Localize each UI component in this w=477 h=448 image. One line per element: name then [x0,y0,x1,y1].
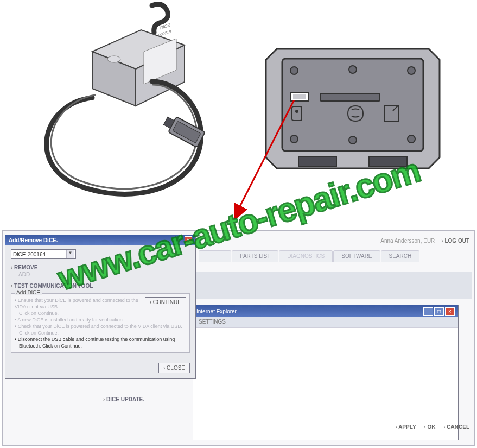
subwindow-titlebar: Internet Explorer _ □ × [193,305,458,317]
svg-point-13 [349,136,357,144]
tab-software[interactable]: SOFTWARE [333,250,380,262]
minimize-icon[interactable]: _ [423,307,433,316]
subwindow-body [193,328,458,350]
section-remove[interactable]: REMOVE [11,264,190,270]
dice-update-heading[interactable]: DICE UPDATE. [103,396,472,402]
tab-blank[interactable] [199,250,231,262]
svg-point-11 [408,67,415,74]
illustration-area: DiCE 000219 [0,0,477,214]
svg-point-4 [107,56,120,62]
car-unit-illustration [260,33,445,185]
combo-value: DiCE-200164 [13,251,46,257]
close-button[interactable]: › CLOSE [158,363,190,373]
add-dice-panel: Add DiCE › CONTINUE • Ensure that your D… [11,293,190,353]
device-label-sub: 000219 [158,29,171,37]
action-row: APPLY OK CANCEL [92,424,472,430]
svg-rect-22 [369,156,407,166]
apply-button[interactable]: APPLY [395,424,416,430]
dice-select-combo[interactable]: DiCE-200164 ▼ [11,249,76,259]
sub-item-add[interactable]: ADD [18,272,190,277]
cancel-button[interactable]: CANCEL [443,424,469,430]
svg-rect-17 [320,93,380,101]
maximize-icon[interactable]: □ [434,307,444,316]
subwindow-toolbar: SETTINGS [193,317,458,328]
window-buttons: _ □ × [423,307,455,316]
section-test-comm[interactable]: TEST COMMUNICATION TOOL [11,283,190,289]
svg-rect-21 [298,156,336,166]
close-icon[interactable]: × [445,307,455,316]
subwindow-title: Internet Explorer [196,308,237,314]
tabs-row: PARTS LIST DIAGNOSTICS SOFTWARE SEARCH [199,250,472,262]
user-info-bar: Anna Andersson, EUR LOG OUT [380,238,469,244]
continue-button[interactable]: › CONTINUE [145,297,186,307]
dialog-titlebar: Add/Remove DiCE. × [5,235,195,245]
svg-point-10 [349,66,357,73]
panel-title: Add DiCE [15,289,42,295]
add-remove-dice-dialog: Add/Remove DiCE. × DiCE-200164 ▼ REMOVE … [5,235,196,379]
svg-point-14 [408,135,415,143]
logout-link[interactable]: LOG OUT [441,238,469,244]
tab-diagnostics[interactable]: DIAGNOSTICS [279,250,333,262]
dialog-close-icon[interactable]: × [185,236,192,244]
dialog-body: DiCE-200164 ▼ REMOVE ADD TEST COMMUNICAT… [5,245,195,358]
tab-parts-list[interactable]: PARTS LIST [232,250,278,262]
dialog-title: Add/Remove DiCE. [9,237,58,243]
dialog-footer: › CLOSE [5,358,195,378]
ok-button[interactable]: OK [424,424,435,430]
tab-search[interactable]: SEARCH [381,250,420,262]
svg-point-12 [290,135,298,143]
svg-point-9 [290,67,298,74]
user-name: Anna Andersson, EUR [380,238,435,244]
dice-device-illustration: DiCE 000219 [33,0,222,206]
lower-section: DICE UPDATE. APPLY OK CANCEL [92,396,472,430]
chevron-down-icon: ▼ [66,250,74,258]
svg-rect-16 [293,94,306,99]
settings-label[interactable]: SETTINGS [199,319,226,325]
svg-point-19 [295,110,298,113]
